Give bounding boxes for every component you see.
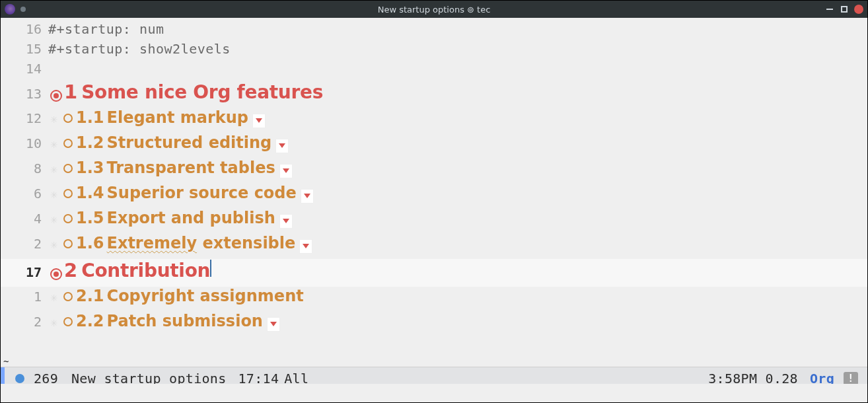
line-number: 15 [1, 41, 48, 57]
line-number: 16 [1, 21, 48, 37]
heading-bullet-icon[interactable] [48, 90, 64, 102]
org-heading-2[interactable]: 10✳1.2Structured editing [1, 133, 867, 159]
line-content[interactable]: ✳1.5Export and publish [48, 209, 862, 229]
fold-indicator-icon[interactable] [279, 214, 293, 229]
keyword-text: #+startup: num [48, 21, 164, 37]
org-keyword-line[interactable]: 16#+startup: num [1, 21, 867, 41]
line-number: 2 [1, 236, 48, 252]
heading-bullet-icon[interactable] [60, 292, 76, 301]
title-bar-left [5, 4, 26, 15]
fold-indicator-icon[interactable] [299, 239, 312, 254]
heading-number: 1.6 [76, 234, 104, 252]
title-bar-dot-icon [20, 7, 26, 12]
fold-indicator-icon[interactable] [275, 139, 289, 153]
org-heading-2[interactable]: 1✳2.1Copyright assignment [1, 287, 867, 312]
minimize-button[interactable] [825, 5, 834, 14]
heading-text: Export and publish [107, 209, 275, 227]
heading-star-dim-icon: ✳ [48, 187, 60, 201]
line-content[interactable]: ✳1.1Elegant markup [48, 108, 862, 128]
fold-indicator-icon[interactable] [267, 317, 280, 332]
mode-line-warning-icon[interactable]: ! [844, 372, 858, 385]
heading-text: Copyright assignment [107, 287, 304, 305]
fold-indicator-icon[interactable] [279, 164, 293, 178]
heading-star-dim-icon: ✳ [48, 137, 60, 151]
heading-number: 1.2 [76, 133, 104, 152]
org-heading-1[interactable]: 172Contribution [1, 259, 867, 287]
heading-number: 1.3 [76, 159, 104, 177]
mode-line-state-icon [15, 374, 24, 383]
line-content[interactable]: #+startup: show2levels [48, 41, 862, 57]
heading-number: 1.1 [76, 108, 104, 127]
org-heading-2[interactable]: 4✳1.5Export and publish [1, 209, 867, 234]
heading-number: 2.2 [76, 312, 104, 330]
org-heading-2[interactable]: 2✳1.6Extremely extensible [1, 234, 867, 259]
keyword-text: #+startup: show2levels [48, 41, 231, 57]
heading-text: Structured editing [107, 133, 272, 152]
line-number: 8 [1, 161, 48, 176]
text-cursor [210, 260, 211, 277]
window: New startup options ⊚ tec 16#+startup: n… [0, 0, 868, 403]
echo-area [1, 384, 867, 402]
line-content[interactable]: ✳2.1Copyright assignment [48, 287, 862, 305]
org-keyword-line[interactable]: 15#+startup: show2levels [1, 41, 867, 61]
window-title: New startup options ⊚ tec [1, 5, 867, 15]
heading-text: Superior source code [107, 184, 297, 202]
heading-number: 1 [64, 81, 77, 103]
line-number: 4 [1, 211, 48, 227]
blank-line[interactable]: 14 [1, 61, 867, 81]
heading-number: 2.1 [76, 287, 104, 305]
heading-text: Some nice Org features [81, 81, 323, 103]
line-number: 10 [1, 135, 48, 151]
heading-bullet-icon[interactable] [60, 164, 76, 173]
line-content[interactable]: ✳1.2Structured editing [48, 133, 862, 153]
heading-number: 1.5 [76, 209, 104, 227]
title-bar-right [825, 5, 863, 14]
heading-bullet-icon[interactable] [60, 317, 76, 326]
heading-bullet-icon[interactable] [60, 139, 76, 148]
org-heading-1[interactable]: 131Some nice Org features [1, 81, 867, 108]
heading-bullet-icon[interactable] [60, 189, 76, 198]
heading-bullet-icon[interactable] [60, 214, 76, 223]
line-number: 6 [1, 186, 48, 202]
org-heading-2[interactable]: 2✳2.2Patch submission [1, 312, 867, 337]
org-heading-2[interactable]: 6✳1.4Superior source code [1, 184, 867, 209]
fold-indicator-icon[interactable] [301, 189, 314, 203]
line-content[interactable]: ✳1.6Extremely extensible [48, 234, 862, 254]
org-heading-2[interactable]: 12✳1.1Elegant markup [1, 108, 867, 133]
heading-text: Extremely extensible [107, 234, 296, 252]
heading-star-dim-icon: ✳ [48, 237, 60, 251]
heading-bullet-icon[interactable] [60, 114, 76, 123]
heading-star-dim-icon: ✳ [48, 290, 60, 304]
line-number: 2 [1, 314, 48, 330]
fold-indicator-icon[interactable] [252, 114, 266, 128]
org-heading-2[interactable]: 8✳1.3Transparent tables [1, 159, 867, 184]
maximize-button[interactable] [841, 6, 848, 13]
heading-text: Contribution [81, 260, 210, 281]
heading-star-dim-icon: ✳ [48, 162, 60, 176]
heading-text: Transparent tables [107, 159, 275, 177]
line-number: 14 [1, 61, 48, 77]
line-content[interactable]: #+startup: num [48, 21, 862, 37]
heading-star-dim-icon: ✳ [48, 112, 60, 126]
line-content[interactable]: 2Contribution [48, 259, 862, 281]
line-number: 13 [1, 86, 48, 102]
emacs-logo-icon [5, 4, 15, 15]
editor-area[interactable]: 16#+startup: num15#+startup: show2levels… [1, 18, 867, 402]
line-content[interactable]: 1Some nice Org features [48, 81, 862, 103]
line-number: 1 [1, 289, 48, 305]
line-content[interactable]: ✳1.4Superior source code [48, 184, 862, 203]
heading-star-dim-icon: ✳ [48, 212, 60, 226]
heading-star-dim-icon: ✳ [48, 315, 60, 329]
line-number: 12 [1, 110, 48, 126]
heading-bullet-icon[interactable] [48, 268, 64, 280]
line-number: 17 [1, 264, 48, 280]
title-bar[interactable]: New startup options ⊚ tec [1, 1, 867, 18]
line-content[interactable]: ✳1.3Transparent tables [48, 159, 862, 178]
line-content[interactable]: ✳2.2Patch submission [48, 312, 862, 332]
heading-number: 2 [64, 259, 77, 281]
heading-text: Elegant markup [107, 108, 248, 127]
end-of-buffer-tilde: ~ [3, 356, 9, 367]
heading-bullet-icon[interactable] [60, 239, 76, 248]
close-button[interactable] [854, 5, 863, 14]
heading-text: Patch submission [107, 312, 263, 330]
